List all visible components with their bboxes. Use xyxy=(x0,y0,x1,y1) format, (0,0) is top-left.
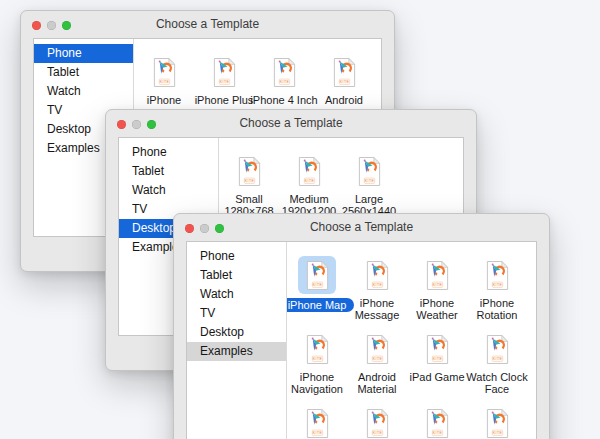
kite-file-icon xyxy=(478,404,516,439)
zoom-button[interactable] xyxy=(215,224,224,233)
close-button[interactable] xyxy=(117,120,126,129)
window-title: Choose a Template xyxy=(174,214,549,241)
traffic-lights xyxy=(185,224,224,233)
kite-file-icon xyxy=(145,53,183,91)
kite-file-icon xyxy=(205,53,243,91)
window-title: Choose a Template xyxy=(21,11,394,38)
kite-file-icon xyxy=(265,53,303,91)
sidebar-item-tablet[interactable]: Tablet xyxy=(34,63,133,82)
kite-file-icon xyxy=(478,256,516,294)
kite-file-icon xyxy=(418,330,456,368)
template-item-android-material[interactable]: Android Material xyxy=(347,330,407,404)
template-item-iphone-navigation[interactable]: iPhone Navigation xyxy=(287,330,347,404)
titlebar[interactable]: Choose a Template xyxy=(174,214,549,241)
template-item-label: iPhone 4 Inch xyxy=(250,94,317,106)
template-chooser-window-front: Choose a Template Phone Tablet Watch TV … xyxy=(173,213,550,439)
kite-file-icon xyxy=(478,330,516,368)
titlebar[interactable]: Choose a Template xyxy=(21,11,394,38)
template-item-label: iPhone Rotation xyxy=(477,297,518,321)
sidebar-item-watch[interactable]: Watch xyxy=(34,82,133,101)
window-content: Phone Tablet Watch TV Desktop Examples i… xyxy=(186,241,537,439)
template-item-label: iPhone Navigation xyxy=(291,371,343,395)
template-grid: iPhone Map iPhone Message iPhone Weather… xyxy=(287,256,536,439)
template-item-campfire[interactable]: Campfire xyxy=(467,404,527,439)
size-name: Small xyxy=(235,193,263,205)
category-sidebar: Phone Tablet Watch TV Desktop Examples xyxy=(187,242,287,439)
template-item-label: iPad Game xyxy=(409,371,464,383)
zoom-button[interactable] xyxy=(147,120,156,129)
close-button[interactable] xyxy=(32,21,41,30)
template-grid-area: iPhone Map iPhone Message iPhone Weather… xyxy=(287,242,536,439)
close-button[interactable] xyxy=(185,224,194,233)
sidebar-item-tv[interactable]: TV xyxy=(187,304,286,323)
sidebar-item-watch[interactable]: Watch xyxy=(119,181,218,200)
template-item-watch-clock-face[interactable]: Watch Clock Face xyxy=(467,330,527,404)
template-item-label: Android Material xyxy=(357,371,396,395)
sidebar-item-examples[interactable]: Examples xyxy=(187,342,286,361)
template-item-label: iPhone Weather xyxy=(416,297,457,321)
selected-template-label: iPhone Map xyxy=(287,298,354,312)
template-item-ipad-game[interactable]: iPad Game xyxy=(407,330,467,404)
template-item-watch[interactable]: Watch xyxy=(287,404,347,439)
template-item-iphone-weather[interactable]: iPhone Weather xyxy=(407,256,467,330)
kite-file-icon xyxy=(298,404,336,439)
sidebar-item-desktop[interactable]: Desktop xyxy=(187,323,286,342)
kite-file-icon xyxy=(418,256,456,294)
template-item-tv-photo[interactable]: TV Photo xyxy=(347,404,407,439)
minimize-button[interactable] xyxy=(200,224,209,233)
kite-file-icon xyxy=(290,152,328,190)
size-name: Medium xyxy=(289,193,328,205)
minimize-button[interactable] xyxy=(47,21,56,30)
kite-file-icon xyxy=(325,53,363,91)
window-title: Choose a Template xyxy=(106,110,476,137)
sidebar-item-watch[interactable]: Watch xyxy=(187,285,286,304)
kite-file-icon xyxy=(230,152,268,190)
sidebar-item-tablet[interactable]: Tablet xyxy=(187,266,286,285)
kite-file-icon xyxy=(418,404,456,439)
template-item-label: iPhone Message xyxy=(355,297,400,321)
kite-file-icon xyxy=(298,330,336,368)
minimize-button[interactable] xyxy=(132,120,141,129)
kite-file-icon xyxy=(358,404,396,439)
kite-file-icon xyxy=(350,152,388,190)
template-item-iphone-map[interactable]: iPhone Map xyxy=(287,256,347,330)
template-item-label: iPhone Plus xyxy=(195,94,254,106)
traffic-lights xyxy=(32,21,71,30)
template-item-label: iPhone xyxy=(147,94,181,106)
template-item-label: Android xyxy=(325,94,363,106)
sidebar-item-phone[interactable]: Phone xyxy=(187,247,286,266)
template-item-iphone-message[interactable]: iPhone Message xyxy=(347,256,407,330)
sidebar-item-phone[interactable]: Phone xyxy=(119,143,218,162)
template-item-label: Watch Clock Face xyxy=(466,371,527,395)
size-name: Large xyxy=(355,193,383,205)
kite-file-icon xyxy=(298,256,336,294)
titlebar[interactable]: Choose a Template xyxy=(106,110,476,137)
sidebar-item-tablet[interactable]: Tablet xyxy=(119,162,218,181)
kite-file-icon xyxy=(358,256,396,294)
template-item-iphone-rotation[interactable]: iPhone Rotation xyxy=(467,256,527,330)
template-item-desktop[interactable]: Desktop xyxy=(407,404,467,439)
traffic-lights xyxy=(117,120,156,129)
kite-file-icon xyxy=(358,330,396,368)
sidebar-item-phone[interactable]: Phone xyxy=(34,44,133,63)
zoom-button[interactable] xyxy=(62,21,71,30)
